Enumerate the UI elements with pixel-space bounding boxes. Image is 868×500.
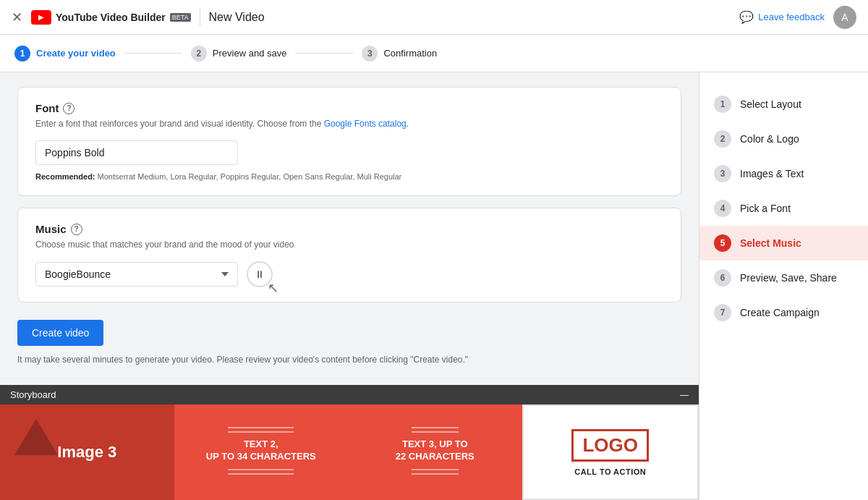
- top-bar-right: 💬 Leave feedback A: [739, 6, 856, 29]
- frame-3-text: TEXT 3, UP TO22 CHARACTERS: [396, 438, 475, 463]
- font-card: Font ? Enter a font that reinforces your…: [17, 87, 681, 196]
- font-recommended: Recommended: Montserrat Medium, Lora Reg…: [35, 172, 663, 181]
- yt-logo: YouTube Video Builder BETA: [31, 10, 191, 25]
- create-video-section: Create video It may take several minutes…: [17, 314, 681, 366]
- top-bar: ✕ YouTube Video Builder BETA New Video 💬…: [0, 0, 868, 35]
- frame-3-lines-bottom: [412, 469, 459, 475]
- sidebar-step-2-label: Color & Logo: [740, 133, 799, 145]
- step-2[interactable]: 2 Preview and save: [191, 46, 287, 62]
- sidebar-step-2[interactable]: 2 Color & Logo: [699, 122, 868, 156]
- frame-2-line-2: [228, 431, 294, 433]
- sidebar-step-1-num: 1: [714, 96, 731, 113]
- sidebar-step-5-num: 5: [714, 234, 731, 252]
- music-select-row: BoogieBounce CoolJazz UpbeatPop SmoothFl…: [35, 261, 663, 287]
- sidebar-step-3-label: Images & Text: [740, 168, 804, 179]
- frame-3-line-3: [412, 469, 459, 470]
- sidebar-step-4-label: Pick a Font: [740, 203, 791, 214]
- create-video-button[interactable]: Create video: [17, 320, 103, 346]
- font-card-desc: Enter a font that reinforces your brand …: [35, 117, 663, 130]
- sidebar: 1 Select Layout 2 Color & Logo 3 Images …: [699, 72, 868, 500]
- frame-3-line-2: [412, 431, 459, 433]
- feedback-button[interactable]: 💬 Leave feedback: [739, 10, 825, 24]
- sidebar-step-2-num: 2: [714, 130, 731, 148]
- sidebar-step-6-num: 6: [714, 269, 731, 287]
- font-card-title: Font ?: [35, 102, 663, 114]
- music-help-icon[interactable]: ?: [71, 224, 82, 235]
- frame-4-cta: CALL TO ACTION: [574, 467, 646, 476]
- step-3-label: Confirmation: [383, 48, 437, 59]
- storyboard-header: Storyboard —: [0, 385, 699, 404]
- beta-badge: BETA: [170, 13, 191, 22]
- sidebar-step-1[interactable]: 1 Select Layout: [699, 87, 868, 122]
- step-3[interactable]: 3 Confirmation: [362, 46, 437, 62]
- frame-1-triangle: [14, 419, 58, 455]
- frame-2-inner: TEXT 2,UP TO 34 CHARACTERS: [206, 424, 316, 480]
- frame-2-text: TEXT 2,UP TO 34 CHARACTERS: [206, 438, 316, 463]
- music-select[interactable]: BoogieBounce CoolJazz UpbeatPop SmoothFl…: [35, 262, 238, 287]
- font-input[interactable]: [35, 140, 238, 165]
- sidebar-step-4[interactable]: 4 Pick a Font: [699, 191, 868, 226]
- step-1-label: Create your video: [36, 48, 116, 59]
- google-fonts-link[interactable]: Google Fonts catalog: [324, 119, 407, 129]
- frame-2-line-1: [228, 427, 294, 428]
- storyboard: Storyboard — Image 3 TEXT 2,UP TO 34 CHA…: [0, 385, 699, 500]
- feedback-icon: 💬: [739, 10, 754, 24]
- sidebar-step-6[interactable]: 6 Preview, Save, Share: [699, 260, 868, 295]
- frame-2-line-4: [228, 473, 294, 475]
- sidebar-step-6-label: Preview, Save, Share: [740, 272, 837, 284]
- frame-2-line-3: [228, 469, 294, 470]
- step-bar: 1 Create your video 2 Preview and save 3…: [0, 35, 868, 72]
- music-card: Music ? Choose music that matches your b…: [17, 208, 681, 302]
- step-2-label: Preview and save: [213, 48, 287, 59]
- logo-text: YouTube Video Builder: [56, 12, 166, 23]
- avatar[interactable]: A: [833, 6, 856, 29]
- video-title: New Video: [209, 11, 265, 24]
- sidebar-step-5-label: Select Music: [740, 237, 801, 249]
- sidebar-step-7[interactable]: 7 Create Campaign: [699, 295, 868, 330]
- frame-3-inner: TEXT 3, UP TO22 CHARACTERS: [396, 424, 475, 480]
- feedback-label: Leave feedback: [758, 12, 825, 22]
- frame-3-line-4: [412, 473, 459, 475]
- storyboard-minimize-button[interactable]: —: [680, 390, 689, 400]
- storyboard-frames: Image 3 TEXT 2,UP TO 34 CHARACTERS: [0, 404, 699, 500]
- content-scroll: Font ? Enter a font that reinforces your…: [17, 87, 681, 366]
- sidebar-step-3[interactable]: 3 Images & Text: [699, 156, 868, 191]
- frame-1-text: Image 3: [57, 443, 116, 462]
- font-help-icon[interactable]: ?: [63, 103, 75, 114]
- sidebar-step-1-label: Select Layout: [740, 98, 801, 110]
- storyboard-frame-4: LOGO CALL TO ACTION: [522, 404, 699, 500]
- frame-2-lines-bottom: [228, 469, 294, 475]
- sidebar-step-7-label: Create Campaign: [740, 307, 820, 318]
- storyboard-frame-2: TEXT 2,UP TO 34 CHARACTERS: [174, 404, 349, 500]
- sidebar-step-5[interactable]: 5 Select Music: [699, 226, 868, 260]
- step-2-num: 2: [191, 46, 207, 62]
- step-1-num: 1: [14, 46, 30, 62]
- cursor-overlay: ↖: [268, 280, 278, 296]
- play-button[interactable]: ⏸ ↖: [247, 261, 273, 287]
- step-3-num: 3: [362, 46, 378, 62]
- divider: [200, 9, 200, 26]
- create-video-note: It may take several minutes to generate …: [17, 353, 681, 366]
- step-connector-1: [124, 53, 182, 54]
- sidebar-step-3-num: 3: [714, 165, 731, 182]
- close-icon[interactable]: ✕: [12, 9, 22, 25]
- step-connector-2: [295, 53, 353, 54]
- storyboard-title: Storyboard: [10, 389, 56, 400]
- youtube-icon: [31, 10, 51, 25]
- frame-3-lines: [412, 427, 459, 433]
- step-1[interactable]: 1 Create your video: [14, 46, 116, 62]
- sidebar-step-4-num: 4: [714, 200, 731, 217]
- storyboard-frame-1: Image 3: [0, 404, 174, 500]
- music-card-desc: Choose music that matches your brand and…: [35, 238, 663, 251]
- music-card-title: Music ?: [35, 223, 663, 235]
- frame-4-logo: LOGO: [571, 429, 649, 462]
- storyboard-frame-3: TEXT 3, UP TO22 CHARACTERS: [348, 404, 522, 500]
- sidebar-step-7-num: 7: [714, 304, 731, 321]
- frame-2-lines: [228, 427, 294, 433]
- frame-3-line-1: [412, 427, 459, 428]
